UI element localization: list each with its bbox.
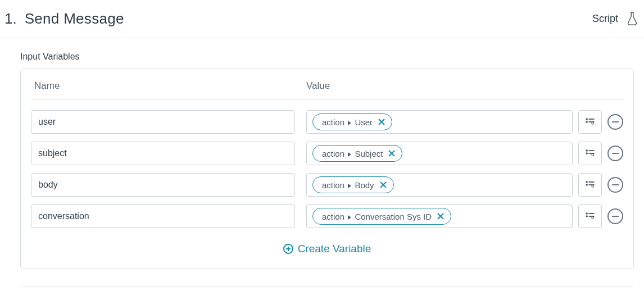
svg-rect-13: [589, 213, 595, 214]
step-header-right: Script: [592, 11, 640, 27]
svg-point-8: [586, 181, 588, 183]
svg-point-12: [586, 212, 588, 214]
section-divider: [20, 286, 634, 287]
variable-rows: action User: [31, 110, 623, 228]
data-pill[interactable]: action Body: [312, 176, 394, 193]
variable-name-input[interactable]: [31, 173, 295, 197]
variable-value-box[interactable]: action User: [306, 110, 573, 134]
pill-prefix: action: [322, 149, 344, 158]
caret-right-icon: [348, 121, 351, 125]
remove-row-button[interactable]: [607, 177, 623, 193]
variable-name-input[interactable]: [31, 204, 295, 228]
script-link[interactable]: Script: [592, 13, 618, 25]
pill-prefix: action: [322, 212, 344, 221]
caret-right-icon: [348, 184, 351, 188]
data-picker-icon: [584, 116, 596, 128]
data-pill[interactable]: action Subject: [312, 145, 402, 162]
column-headers: Name Value: [31, 77, 623, 100]
create-variable-button[interactable]: Create Variable: [31, 243, 623, 255]
caret-right-icon: [348, 215, 351, 220]
pill-prefix: action: [322, 180, 344, 190]
create-variable-label: Create Variable: [298, 243, 371, 255]
variable-value-box[interactable]: action Body: [306, 173, 573, 197]
input-variables-panel: Name Value action User: [20, 69, 634, 269]
svg-point-10: [586, 184, 588, 185]
variable-name-input[interactable]: [31, 142, 295, 165]
remove-pill-icon[interactable]: [379, 180, 388, 189]
section-label: Input Variables: [20, 52, 634, 62]
data-picker-button[interactable]: [578, 110, 602, 134]
svg-rect-5: [589, 150, 595, 151]
data-pill[interactable]: action Conversation Sys ID: [312, 208, 451, 225]
svg-rect-1: [589, 119, 595, 120]
pill-prefix: action: [322, 117, 344, 127]
step-title: Send Message: [25, 10, 124, 28]
caret-right-icon: [348, 152, 351, 157]
data-picker-icon: [584, 148, 596, 159]
data-picker-icon: [584, 211, 596, 222]
pill-field: Subject: [355, 149, 383, 158]
svg-point-4: [586, 149, 588, 151]
remove-pill-icon[interactable]: [377, 117, 386, 126]
step-header-left: 1. Send Message: [4, 10, 124, 28]
column-header-name: Name: [31, 80, 295, 92]
variable-row: action User: [31, 110, 623, 134]
variable-row: action Body: [31, 173, 623, 197]
remove-pill-icon[interactable]: [436, 212, 445, 221]
variable-row: action Subject: [31, 142, 623, 165]
data-picker-icon: [584, 179, 596, 190]
variable-name-input[interactable]: [31, 110, 295, 134]
variable-value-box[interactable]: action Conversation Sys ID: [306, 204, 573, 228]
remove-pill-icon[interactable]: [387, 149, 396, 158]
step-number: 1.: [4, 10, 17, 28]
plus-circle-icon: [283, 244, 293, 254]
svg-point-6: [586, 152, 588, 154]
remove-row-button[interactable]: [607, 208, 623, 224]
pill-field: Body: [355, 180, 374, 190]
data-picker-button[interactable]: [578, 142, 602, 165]
variable-row: action Conversation Sys ID: [31, 204, 623, 228]
svg-point-14: [586, 215, 588, 217]
svg-rect-9: [589, 181, 595, 183]
step-header: 1. Send Message Script: [0, 0, 644, 38]
variable-value-box[interactable]: action Subject: [306, 142, 573, 165]
remove-row-button[interactable]: [607, 114, 623, 130]
input-variables-section: Input Variables Name Value action User: [0, 38, 644, 276]
remove-row-button[interactable]: [607, 146, 623, 161]
pill-field: User: [355, 117, 373, 127]
svg-point-0: [586, 118, 588, 120]
svg-point-2: [586, 121, 588, 122]
column-header-value: Value: [306, 80, 623, 92]
data-pill[interactable]: action User: [312, 113, 392, 130]
data-picker-button[interactable]: [578, 204, 602, 228]
flask-icon[interactable]: [626, 11, 638, 27]
data-picker-button[interactable]: [578, 173, 602, 197]
pill-field: Conversation Sys ID: [355, 212, 432, 221]
